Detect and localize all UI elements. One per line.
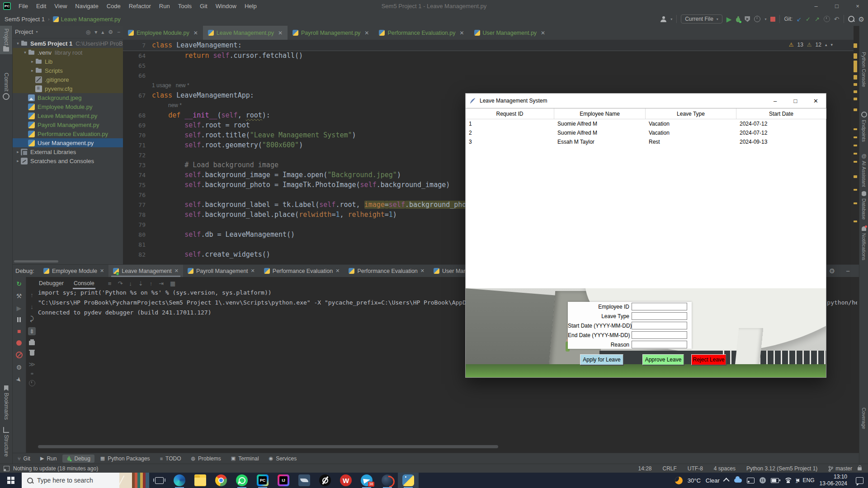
maximize-button[interactable]: □ xyxy=(826,0,847,12)
tree-item-lib[interactable]: ▸Lib xyxy=(12,57,123,66)
tree-chevron-icon[interactable]: ▸ xyxy=(29,59,35,64)
menu-navigate[interactable]: Navigate xyxy=(71,0,102,12)
evaluate-expression-icon[interactable]: ▦ xyxy=(170,280,175,287)
taskbar-app-chrome[interactable] xyxy=(211,473,231,488)
cast-icon[interactable] xyxy=(747,478,755,483)
tool-button-git[interactable]: ⑂Git xyxy=(14,455,34,463)
editor-tab-leave-management-py[interactable]: Leave Management.py✕ xyxy=(203,26,288,40)
taskbar-app-mysql-workbench[interactable] xyxy=(294,473,315,488)
volume-icon[interactable]: )) xyxy=(796,478,798,483)
git-update-button[interactable]: ↙ xyxy=(797,16,802,22)
next-problem-icon[interactable]: ▾ xyxy=(830,42,833,47)
start-button[interactable] xyxy=(0,473,22,488)
lock-icon[interactable] xyxy=(858,467,862,470)
taskbar-app-whatsapp[interactable] xyxy=(231,473,252,488)
git-commit-button[interactable]: ✓ xyxy=(806,16,811,22)
tool-button-python-console[interactable]: Python Console xyxy=(859,52,868,87)
python-console-icon[interactable] xyxy=(31,373,33,375)
scroll-to-end-icon[interactable]: ⇟ xyxy=(28,327,36,335)
editor-tab-employee-module-py[interactable]: Employee Module.py✕ xyxy=(123,26,203,40)
app-close-button[interactable]: ✕ xyxy=(806,94,826,108)
tool-button-run[interactable]: ▶Run xyxy=(36,455,61,463)
warning-stripe-mark[interactable] xyxy=(854,53,857,59)
menu-code[interactable]: Code xyxy=(103,0,125,12)
table-row-2[interactable]: 2Suomie Alfred MVacation2024-07-12 xyxy=(466,128,826,137)
tree-item-scratches-and-consoles[interactable]: ▸Scratches and Consoles xyxy=(12,156,123,165)
action-center-icon[interactable] xyxy=(856,477,863,484)
column-header-start-date[interactable]: Start Date xyxy=(736,108,826,119)
print-icon[interactable] xyxy=(29,341,35,345)
debug-button[interactable] xyxy=(736,16,741,22)
menu-run[interactable]: Run xyxy=(155,0,174,12)
editor-error-stripe[interactable] xyxy=(853,40,858,264)
tool-button-services[interactable]: ◉Services xyxy=(265,455,301,463)
profiler-button[interactable] xyxy=(754,16,760,22)
field-input-leave-type[interactable] xyxy=(632,312,687,320)
expand-all-icon[interactable]: ▾ xyxy=(94,29,97,35)
taskbar-search[interactable]: Type here to search xyxy=(22,473,149,488)
field-input-start-date-yyyy-mm-dd-[interactable] xyxy=(632,322,687,329)
tree-item-background-jpeg[interactable]: Background.jpeg xyxy=(12,93,123,102)
audio-device-icon[interactable] xyxy=(760,477,766,483)
tree-item-scripts[interactable]: ▸Scripts xyxy=(12,66,123,75)
battery-icon[interactable] xyxy=(771,478,779,483)
tool-button-notifications[interactable]: Notifications xyxy=(859,226,868,260)
user-profile-icon[interactable] xyxy=(660,16,666,22)
warning-stripe-mark[interactable] xyxy=(854,161,857,163)
warning-stripe-mark[interactable] xyxy=(854,221,857,222)
menu-edit[interactable]: Edit xyxy=(32,0,50,12)
debug-hide-icon[interactable]: − xyxy=(846,267,850,275)
tool-button-todo[interactable]: ≡TODO xyxy=(156,455,185,463)
modify-run-config-wrench-icon[interactable]: ⚒ xyxy=(16,293,22,299)
tree-item-performance-evaluation-py[interactable]: Performance Evaluation.py xyxy=(12,129,123,138)
table-row-1[interactable]: 1Suomie Alfred MVacation2024-07-12 xyxy=(466,119,826,128)
up-stack-icon[interactable]: ↑ xyxy=(30,292,33,298)
tab-console[interactable]: Console xyxy=(73,278,95,288)
prev-problem-icon[interactable]: ▴ xyxy=(825,42,827,47)
warning-stripe-mark[interactable] xyxy=(854,98,857,100)
taskbar-app-edge[interactable] xyxy=(169,473,190,488)
menu-tools[interactable]: Tools xyxy=(174,0,196,12)
close-button[interactable]: × xyxy=(847,0,868,12)
taskbar-app-telegram[interactable]: 38 xyxy=(356,473,377,488)
tool-button-terminal[interactable]: ▣Terminal xyxy=(227,455,263,463)
tab-debugger[interactable]: Debugger xyxy=(38,278,65,288)
git-history-button[interactable] xyxy=(824,16,830,22)
layout-icon[interactable] xyxy=(4,466,9,471)
breadcrumb[interactable]: Sem5 Project 1 › Leave Management.py xyxy=(5,16,121,23)
tool-button-structure[interactable]: Structure xyxy=(0,424,12,460)
warning-stripe-mark[interactable] xyxy=(854,83,857,86)
weather-moon-icon[interactable] xyxy=(675,477,683,484)
tool-button-problems[interactable]: ◍Problems xyxy=(187,455,225,463)
debug-settings-gear-icon[interactable]: ⚙ xyxy=(829,267,835,275)
column-header-employee-name[interactable]: Employee Name xyxy=(554,108,646,119)
menu-help[interactable]: Help xyxy=(241,0,261,12)
app-title-bar[interactable]: Leave Management System –□✕ xyxy=(466,94,826,108)
menu-file[interactable]: File xyxy=(14,0,32,12)
breadcrumb-project[interactable]: Sem5 Project 1 xyxy=(5,16,45,23)
stop-icon[interactable]: ■ xyxy=(17,328,21,334)
close-tab-icon[interactable]: ✕ xyxy=(100,268,104,274)
warning-stripe-mark[interactable] xyxy=(854,175,857,178)
step-into-icon[interactable]: ↓ xyxy=(129,280,132,287)
tree-chevron-icon[interactable]: ▸ xyxy=(29,68,35,73)
code-line-66[interactable]: 66 xyxy=(123,70,854,80)
taskbar-app-wordpress[interactable]: W xyxy=(335,473,356,488)
taskbar-app-file-explorer[interactable] xyxy=(190,473,211,488)
warning-stripe-mark[interactable] xyxy=(854,43,857,48)
project-panel-title[interactable]: Project xyxy=(15,28,33,35)
editor-tab-performance-evaluation-py[interactable]: Performance Evaluation.py✕ xyxy=(374,26,469,40)
taskbar-app-intellij[interactable]: IJ xyxy=(273,473,294,488)
close-tab-icon[interactable]: ✕ xyxy=(335,268,340,274)
breadcrumb-file[interactable]: Leave Management.py xyxy=(61,16,121,23)
tree-chevron-icon[interactable]: ▾ xyxy=(22,50,28,55)
minimize-button[interactable]: – xyxy=(806,0,826,12)
close-tab-icon[interactable]: ✕ xyxy=(251,268,255,274)
pause-icon[interactable] xyxy=(17,317,21,322)
search-everywhere-icon[interactable] xyxy=(848,16,854,22)
column-header-leave-type[interactable]: Leave Type xyxy=(646,108,736,119)
tree-item-user-management-py[interactable]: User Management.py xyxy=(12,138,123,147)
warning-stripe-mark[interactable] xyxy=(854,136,857,138)
rollback-button[interactable]: ↶ xyxy=(834,16,840,22)
tool-button-commit[interactable]: Commit xyxy=(0,70,12,103)
